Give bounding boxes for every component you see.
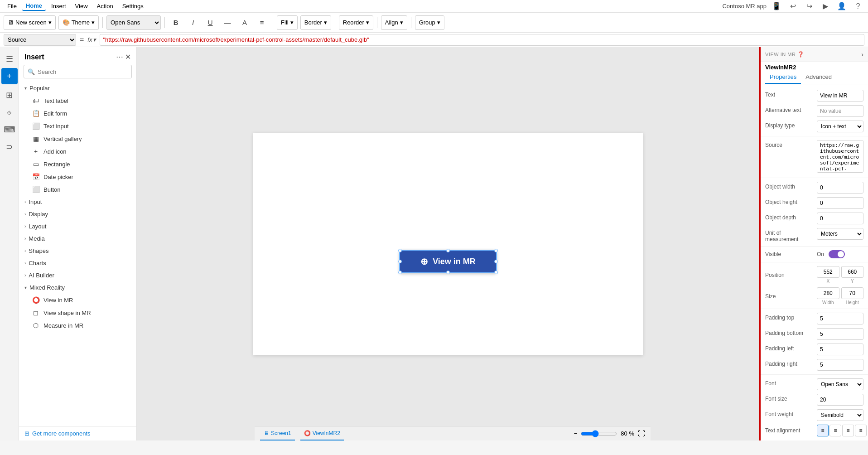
sidebar-item-text-label[interactable]: 🏷 Text label [19, 94, 136, 107]
section-popular[interactable]: ▾ Popular [19, 82, 136, 94]
font-size-input[interactable] [817, 394, 863, 406]
new-screen-button[interactable]: 🖥 New screen ▾ [4, 15, 56, 30]
unit-select[interactable]: Meters [817, 228, 863, 240]
redo-icon[interactable]: ↪ [803, 0, 815, 13]
fill-button[interactable]: Fill ▾ [277, 15, 298, 30]
align-right-btn[interactable]: ≡ [842, 425, 854, 436]
group-button[interactable]: Group ▾ [415, 15, 444, 30]
section-charts[interactable]: › Charts [19, 257, 136, 269]
menu-file[interactable]: File [4, 2, 20, 10]
handle-tr[interactable] [494, 249, 498, 252]
add-screen-icon[interactable]: + [1, 68, 18, 84]
section-mixed-reality[interactable]: ▾ Mixed Reality [19, 281, 136, 294]
prop-object-width-value[interactable] [817, 182, 863, 194]
align-btn[interactable]: Align ▾ [381, 15, 407, 30]
search-input[interactable] [38, 68, 128, 75]
prop-padding-bottom-value[interactable] [817, 328, 863, 340]
prop-object-height-value[interactable] [817, 197, 863, 209]
connect-icon[interactable]: ⊃ [1, 139, 18, 155]
sidebar-item-measure-in-mr[interactable]: ⬡ Measure in MR [19, 319, 136, 332]
position-y-input[interactable] [841, 266, 864, 278]
section-shapes[interactable]: › Shapes [19, 245, 136, 257]
object-height-input[interactable] [817, 197, 863, 209]
handle-bl[interactable] [398, 271, 402, 274]
object-depth-input[interactable] [817, 213, 863, 224]
handle-ml[interactable] [398, 260, 402, 263]
menu-home[interactable]: Home [22, 1, 46, 11]
sidebar-item-vertical-gallery[interactable]: ▦ Vertical gallery [19, 132, 136, 145]
border-button[interactable]: Border ▾ [300, 15, 331, 30]
prop-unit-value[interactable]: Meters [817, 228, 863, 240]
prop-text-value[interactable] [817, 90, 863, 102]
visible-toggle[interactable] [829, 250, 845, 258]
prop-source-value[interactable]: https://raw.githubusercontent.com/micros… [817, 140, 863, 174]
padding-left-input[interactable] [817, 344, 863, 355]
sidebar-item-view-shape-in-mr[interactable]: ◻ View shape in MR [19, 306, 136, 319]
sidebar-item-edit-form[interactable]: 📋 Edit form [19, 107, 136, 120]
sidebar-search-box[interactable]: 🔍 [24, 65, 132, 78]
section-layout[interactable]: › Layout [19, 220, 136, 232]
menu-view[interactable]: View [72, 2, 92, 10]
section-media[interactable]: › Media [19, 232, 136, 245]
alt-text-input[interactable] [817, 105, 863, 117]
font-weight-select[interactable]: Semibold [817, 409, 863, 421]
menu-insert[interactable]: Insert [48, 2, 70, 10]
padding-bottom-input[interactable] [817, 328, 863, 340]
handle-tl[interactable] [398, 249, 402, 252]
strikethrough-button[interactable]: — [220, 15, 235, 30]
tree-icon[interactable]: ⟐ [1, 104, 18, 121]
menu-settings[interactable]: Settings [119, 2, 147, 10]
canvas-area[interactable]: ⊕ View in MR 🖥 Screen1 ⭕ ViewInMR2 − 80 … [137, 47, 759, 440]
hamburger-icon[interactable]: ☰ [1, 51, 18, 67]
prop-padding-left-value[interactable] [817, 344, 863, 355]
tab-properties[interactable]: Properties [765, 71, 801, 84]
phone-icon[interactable]: 📱 [770, 0, 783, 13]
tab-advanced[interactable]: Advanced [801, 71, 836, 84]
font-select[interactable]: Open Sans [106, 15, 161, 30]
formula-input[interactable] [100, 34, 864, 46]
handle-tm[interactable] [446, 249, 450, 252]
prop-padding-right-value[interactable] [817, 359, 863, 371]
handle-br[interactable] [494, 271, 498, 274]
align-center-btn[interactable]: ≡ [829, 425, 841, 436]
padding-right-input[interactable] [817, 359, 863, 371]
sidebar-close-icon[interactable]: ✕ [125, 53, 131, 61]
menu-action[interactable]: Action [93, 2, 117, 10]
reorder-button[interactable]: Reorder ▾ [339, 15, 373, 30]
undo-icon[interactable]: ↩ [786, 0, 799, 13]
prop-font-weight-value[interactable]: Semibold [817, 409, 863, 421]
get-more-components[interactable]: ⊞ Get more components [19, 426, 136, 440]
sidebar-item-text-input[interactable]: ⬜ Text input [19, 120, 136, 132]
display-type-select[interactable]: Icon + text [817, 121, 863, 132]
source-select[interactable]: Source [4, 34, 76, 46]
prop-alt-text-value[interactable] [817, 105, 863, 117]
sidebar-options-icon[interactable]: ⋯ [116, 53, 123, 61]
underline-button[interactable]: U [203, 15, 217, 30]
zoom-slider[interactable] [581, 430, 617, 437]
zoom-minus-btn[interactable]: − [574, 430, 578, 437]
prop-padding-top-value[interactable] [817, 313, 863, 324]
help-icon[interactable]: ? [852, 0, 864, 13]
align-justify-btn[interactable]: ≡ [855, 425, 867, 436]
tab-screen1[interactable]: 🖥 Screen1 [260, 426, 295, 440]
handle-bm[interactable] [446, 271, 450, 274]
sidebar-item-button[interactable]: ⬜ Button [19, 183, 136, 196]
variables-icon[interactable]: ⌨ [1, 121, 18, 138]
bold-button[interactable]: B [169, 15, 183, 30]
right-panel-close-icon[interactable]: › [861, 51, 863, 58]
text-input[interactable] [817, 90, 863, 102]
sidebar-item-add-icon[interactable]: + Add icon [19, 145, 136, 158]
section-input[interactable]: › Input [19, 196, 136, 208]
sidebar-item-date-picker[interactable]: 📅 Date picker [19, 170, 136, 183]
sidebar-item-view-in-mr[interactable]: ⭕ View in MR [19, 294, 136, 306]
play-icon[interactable]: ▶ [819, 0, 832, 13]
fx-label[interactable]: fx ▾ [87, 36, 96, 43]
object-width-input[interactable] [817, 182, 863, 194]
size-width-input[interactable] [817, 287, 839, 299]
italic-button[interactable]: I [186, 15, 200, 30]
view-in-mr-button[interactable]: ⊕ View in MR [399, 250, 497, 273]
theme-button[interactable]: 🎨 Theme ▾ [58, 15, 99, 30]
sidebar-item-rectangle[interactable]: ▭ Rectangle [19, 158, 136, 170]
size-height-input[interactable] [841, 287, 864, 299]
source-textarea[interactable]: https://raw.githubusercontent.com/micros… [817, 140, 863, 173]
